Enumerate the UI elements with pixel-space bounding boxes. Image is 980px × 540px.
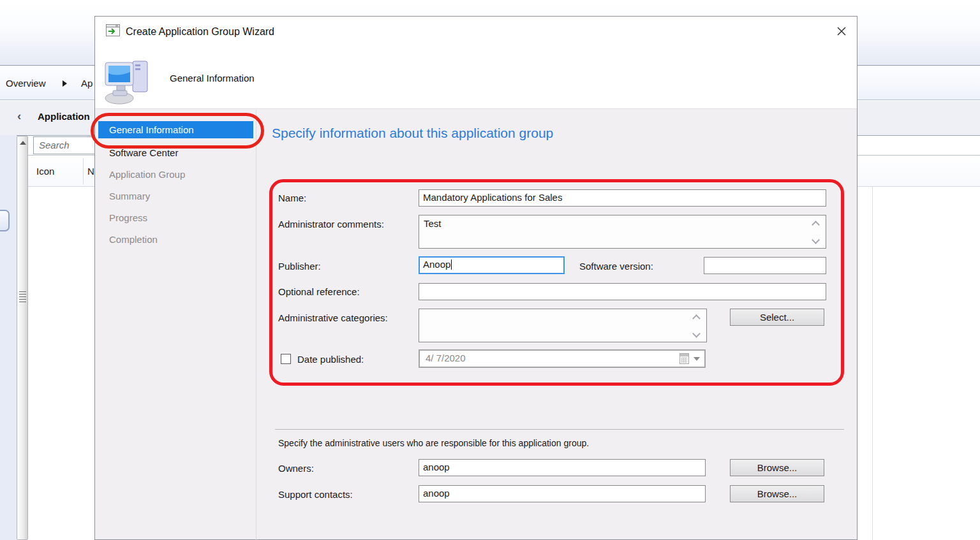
software-version-label: Software version: (579, 261, 653, 272)
name-input[interactable]: Mandatory Applications for Sales (419, 189, 826, 207)
panel-title: Application (38, 111, 90, 122)
publisher-value: Anoop (423, 259, 450, 270)
support-contacts-input[interactable]: anoop (419, 485, 706, 502)
screen: Overview Ap ‹ Application Search Icon N … (0, 0, 980, 540)
search-input[interactable]: Search (33, 136, 95, 154)
dialog-title: Create Application Group Wizard (126, 26, 274, 38)
back-chevron-icon[interactable]: ‹ (17, 110, 21, 122)
owners-browse-button[interactable]: Browse... (730, 459, 824, 476)
left-gutter (0, 135, 17, 540)
administrative-categories-input[interactable] (419, 309, 707, 342)
column-header-icon[interactable]: Icon (36, 156, 54, 187)
list-pane-edge (872, 187, 873, 540)
administrative-categories-label: Administrative categories: (278, 312, 388, 323)
date-published-checkbox[interactable] (281, 354, 291, 364)
support-contacts-label: Support contacts: (278, 489, 353, 500)
publisher-label: Publisher: (278, 261, 321, 272)
administrator-comments-label: Administrator comments: (278, 219, 384, 230)
pane-splitter[interactable] (17, 136, 28, 540)
administrator-comments-input[interactable]: Test (419, 215, 826, 249)
owners-input[interactable]: anoop (419, 459, 706, 476)
sidebar-item-completion[interactable]: Completion (109, 234, 158, 245)
date-published-label: Date published: (297, 354, 364, 365)
section-divider (275, 429, 844, 430)
date-published-input[interactable]: 4/ 7/2020 (419, 349, 706, 368)
select-button[interactable]: Select... (730, 309, 824, 326)
owners-label: Owners: (278, 463, 314, 474)
step-title: General Information (170, 73, 255, 84)
close-button[interactable] (833, 23, 850, 40)
collapsed-panel-button[interactable] (0, 210, 10, 231)
optional-reference-label: Optional reference: (278, 286, 360, 297)
sidebar-item-application-group[interactable]: Application Group (109, 169, 185, 180)
calendar-icon[interactable] (679, 353, 689, 364)
admin-users-description: Specify the administrative users who are… (278, 438, 589, 448)
support-contacts-browse-button[interactable]: Browse... (730, 485, 824, 502)
sidebar-item-summary[interactable]: Summary (109, 191, 150, 201)
name-label: Name: (278, 193, 306, 203)
sidebar-item-software-center[interactable]: Software Center (109, 147, 178, 158)
search-placeholder: Search (39, 140, 70, 150)
sidebar-item-progress[interactable]: Progress (109, 212, 147, 223)
breadcrumb-arrow-icon (63, 80, 67, 87)
wizard-window-icon (106, 24, 120, 37)
splitter-grip-icon (19, 291, 26, 302)
breadcrumb-item-applications[interactable]: Ap (81, 66, 93, 100)
create-application-group-wizard-dialog: Create Application Group Wizard General … (94, 16, 858, 540)
software-version-input[interactable] (704, 257, 826, 274)
splitter-collapse-arrow-icon[interactable] (20, 141, 26, 145)
page-heading: Specify information about this applicati… (272, 126, 553, 141)
sidebar-item-general-information[interactable]: General Information (98, 121, 253, 138)
optional-reference-input[interactable] (419, 283, 826, 300)
dialog-header: Create Application Group Wizard General … (95, 17, 857, 109)
publisher-input[interactable]: Anoop (419, 256, 565, 274)
computer-icon (103, 56, 151, 106)
date-dropdown-arrow-icon[interactable] (694, 357, 700, 361)
close-icon (836, 26, 847, 36)
breadcrumb-item-overview[interactable]: Overview (6, 66, 46, 100)
column-separator (83, 158, 84, 184)
sidebar-divider (256, 110, 256, 540)
text-caret (451, 259, 452, 270)
column-header-name[interactable]: N (87, 156, 94, 187)
